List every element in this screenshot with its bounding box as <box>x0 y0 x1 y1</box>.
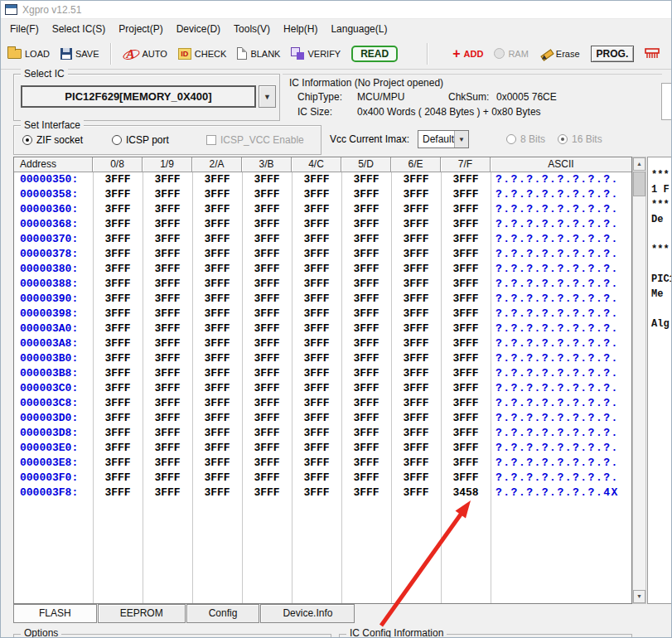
save-button[interactable]: SAVE <box>60 48 99 60</box>
hex-cell[interactable]: 3FFF <box>242 396 292 411</box>
menu-item[interactable]: Device(D) <box>170 21 227 37</box>
hex-row[interactable]: 000003D8: 3FFF 3FFF 3FFF 3FFF 3FFF 3FFF … <box>14 426 631 441</box>
hex-cell[interactable]: 3FFF <box>292 262 341 277</box>
hex-cell[interactable]: 3FFF <box>292 172 341 187</box>
hex-row[interactable]: 00000380: 3FFF 3FFF 3FFF 3FFF 3FFF 3FFF … <box>14 262 631 277</box>
imax-dropdown[interactable]: Default ▼ <box>418 130 469 148</box>
hex-cell[interactable]: 3FFF <box>441 277 491 292</box>
hex-cell[interactable]: 3FFF <box>93 187 143 202</box>
hex-cell[interactable]: 3FFF <box>391 411 441 426</box>
hex-cell[interactable]: 3FFF <box>242 486 292 500</box>
hex-cell[interactable]: 3FFF <box>292 277 341 292</box>
hex-cell[interactable]: 3FFF <box>93 336 143 351</box>
hex-row[interactable]: 00000398: 3FFF 3FFF 3FFF 3FFF 3FFF 3FFF … <box>14 307 631 321</box>
hex-cell[interactable]: 3FFF <box>341 277 391 292</box>
hex-cell[interactable]: 3FFF <box>292 366 341 381</box>
hex-cell[interactable]: 3FFF <box>391 202 441 217</box>
hex-cell[interactable]: 3FFF <box>143 336 192 351</box>
bits16-radio[interactable]: 16 Bits <box>558 133 602 145</box>
hex-cell[interactable]: 3FFF <box>242 202 292 217</box>
scrollbar-thumb[interactable] <box>633 172 645 196</box>
hex-cell[interactable]: 3FFF <box>93 217 143 232</box>
hex-cell[interactable]: 3FFF <box>192 396 242 411</box>
hex-cell[interactable]: 3FFF <box>242 441 292 456</box>
hex-cell[interactable]: 3FFF <box>143 351 192 366</box>
hex-cell[interactable]: 3FFF <box>292 351 341 366</box>
hex-cell[interactable]: 3FFF <box>242 277 292 292</box>
hex-row[interactable]: 00000358: 3FFF 3FFF 3FFF 3FFF 3FFF 3FFF … <box>14 187 631 202</box>
zif-socket-radio[interactable]: ZIF socket <box>22 134 83 146</box>
hex-cell[interactable]: 3FFF <box>242 247 292 262</box>
hex-row[interactable]: 000003B0: 3FFF 3FFF 3FFF 3FFF 3FFF 3FFF … <box>14 351 631 366</box>
hex-cell[interactable]: 3FFF <box>292 187 341 202</box>
hex-cell[interactable]: 3FFF <box>242 172 292 187</box>
hex-cell[interactable]: 3FFF <box>242 366 292 381</box>
hex-cell[interactable]: 3FFF <box>192 411 242 426</box>
hex-cell[interactable]: 3FFF <box>341 202 391 217</box>
hex-cell[interactable]: 3FFF <box>391 307 441 321</box>
hex-cell[interactable]: 3FFF <box>143 411 192 426</box>
hex-grid-body[interactable]: 00000350: 3FFF 3FFF 3FFF 3FFF 3FFF 3FFF … <box>14 172 631 603</box>
hex-cell[interactable]: 3FFF <box>242 321 292 336</box>
hex-cell[interactable]: 3FFF <box>242 292 292 307</box>
hex-cell[interactable]: 3FFF <box>391 292 441 307</box>
hex-cell[interactable]: 3FFF <box>192 441 242 456</box>
hex-cell[interactable]: 3FFF <box>143 441 192 456</box>
hex-cell[interactable]: 3FFF <box>341 396 391 411</box>
hex-cell[interactable]: 3FFF <box>143 321 192 336</box>
hex-cell[interactable]: 3FFF <box>143 307 192 321</box>
prog-button[interactable]: PROG. <box>591 46 635 62</box>
hex-cell[interactable]: 3FFF <box>441 441 491 456</box>
hex-row[interactable]: 000003F0: 3FFF 3FFF 3FFF 3FFF 3FFF 3FFF … <box>14 471 631 486</box>
hex-cell[interactable]: 3FFF <box>143 426 192 441</box>
hex-cell[interactable]: 3FFF <box>143 217 192 232</box>
hex-cell[interactable]: 3FFF <box>143 486 192 500</box>
hex-cell[interactable]: 3FFF <box>341 262 391 277</box>
hex-cell[interactable]: 3FFF <box>391 381 441 396</box>
hex-cell[interactable]: 3FFF <box>292 471 341 486</box>
hex-cell[interactable]: 3FFF <box>292 292 341 307</box>
hex-cell[interactable]: 3FFF <box>143 381 192 396</box>
hex-cell[interactable]: 3FFF <box>441 232 491 247</box>
hex-cell[interactable]: 3FFF <box>242 336 292 351</box>
hex-cell[interactable]: 3FFF <box>242 307 292 321</box>
memory-tab[interactable]: EEPROM <box>98 604 186 623</box>
memory-tab[interactable]: Device.Info <box>260 604 355 623</box>
menu-item[interactable]: File(F) <box>3 21 46 37</box>
hex-cell[interactable]: 3FFF <box>143 471 192 486</box>
hex-cell[interactable]: 3FFF <box>292 321 341 336</box>
hex-cell[interactable]: 3FFF <box>93 366 143 381</box>
hex-row[interactable]: 000003A8: 3FFF 3FFF 3FFF 3FFF 3FFF 3FFF … <box>14 336 631 351</box>
hex-cell[interactable]: 3FFF <box>441 217 491 232</box>
hex-row[interactable]: 000003C8: 3FFF 3FFF 3FFF 3FFF 3FFF 3FFF … <box>14 396 631 411</box>
hex-cell[interactable]: 3FFF <box>441 381 491 396</box>
hex-cell[interactable]: 3FFF <box>292 247 341 262</box>
hex-cell[interactable]: 3FFF <box>292 486 341 500</box>
icsp-vcc-checkbox[interactable]: ICSP_VCC Enable <box>206 134 304 146</box>
hex-cell[interactable]: 3FFF <box>292 426 341 441</box>
hex-cell[interactable]: 3FFF <box>93 456 143 471</box>
ram-button[interactable]: RAM <box>494 48 528 59</box>
hex-cell[interactable]: 3FFF <box>192 217 242 232</box>
hex-cell[interactable]: 3FFF <box>292 441 341 456</box>
hex-cell[interactable]: 3FFF <box>242 262 292 277</box>
add-button[interactable]: + ADD <box>452 48 483 60</box>
hex-cell[interactable]: 3FFF <box>391 262 441 277</box>
hex-cell[interactable]: 3FFF <box>391 172 441 187</box>
vertical-scrollbar[interactable]: ▲ ▼ <box>632 157 646 604</box>
read-button[interactable]: READ <box>351 46 398 62</box>
hex-cell[interactable]: 3FFF <box>341 217 391 232</box>
hex-cell[interactable]: 3FFF <box>192 381 242 396</box>
hex-row[interactable]: 00000390: 3FFF 3FFF 3FFF 3FFF 3FFF 3FFF … <box>14 292 631 307</box>
hex-row[interactable]: 000003C0: 3FFF 3FFF 3FFF 3FFF 3FFF 3FFF … <box>14 381 631 396</box>
hex-cell[interactable]: 3FFF <box>441 411 491 426</box>
hex-cell[interactable]: 3FFF <box>391 426 441 441</box>
hex-cell[interactable]: 3FFF <box>143 396 192 411</box>
hex-cell[interactable]: 3FFF <box>93 262 143 277</box>
hex-cell[interactable]: 3FFF <box>143 202 192 217</box>
hex-cell[interactable]: 3FFF <box>391 441 441 456</box>
hex-row[interactable]: 00000370: 3FFF 3FFF 3FFF 3FFF 3FFF 3FFF … <box>14 232 631 247</box>
hex-cell[interactable]: 3FFF <box>143 172 192 187</box>
hex-cell[interactable]: 3FFF <box>441 351 491 366</box>
hex-cell[interactable]: 3FFF <box>143 187 192 202</box>
